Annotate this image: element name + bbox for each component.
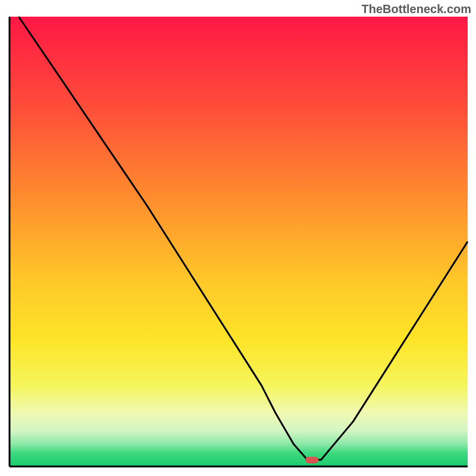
chart-container: TheBottleneck.com <box>0 0 476 476</box>
bottleneck-chart <box>0 0 476 476</box>
plot-background <box>10 17 468 466</box>
watermark-text: TheBottleneck.com <box>362 2 471 16</box>
optimal-marker <box>305 457 318 464</box>
